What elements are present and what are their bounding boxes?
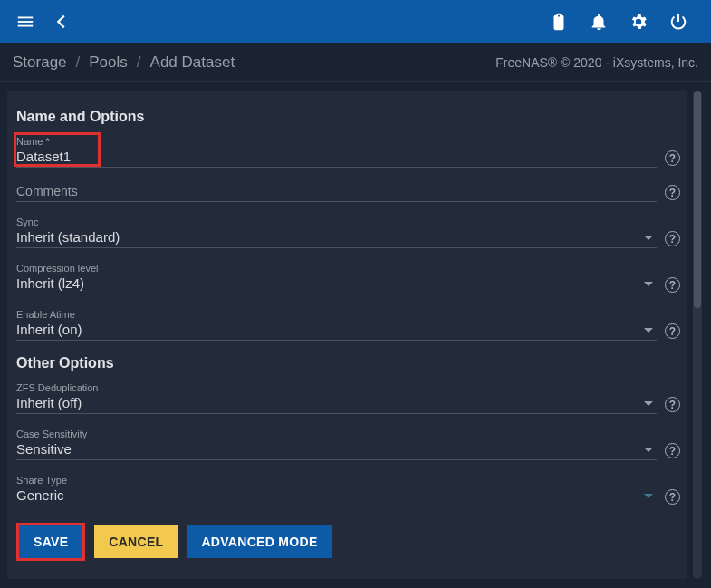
svg-rect-1 — [18, 21, 34, 23]
section-name-options: Name and Options — [16, 109, 682, 125]
scrollbar[interactable] — [693, 91, 702, 579]
compression-select[interactable]: Inherit (lz4) — [16, 275, 657, 294]
label-sync: Sync — [16, 217, 657, 227]
field-atime: Enable Atime Inherit (on) ? — [16, 309, 682, 341]
breadcrumb-storage[interactable]: Storage — [13, 53, 67, 72]
name-input[interactable] — [16, 148, 657, 167]
help-icon[interactable]: ? — [665, 150, 680, 166]
label-name: Name * — [16, 136, 657, 147]
label-casesens: Case Sensitivity — [16, 429, 657, 439]
help-icon[interactable]: ? — [665, 185, 680, 200]
help-icon[interactable]: ? — [665, 277, 680, 293]
form-card: Name and Options Name * ? ? Sync Inherit… — [7, 91, 687, 579]
comments-input[interactable] — [16, 183, 657, 201]
sync-value: Inherit (standard) — [16, 228, 644, 247]
back-icon[interactable] — [43, 4, 80, 40]
gear-icon[interactable] — [620, 4, 657, 40]
help-icon[interactable]: ? — [665, 443, 680, 458]
field-name: Name * ? — [16, 136, 682, 168]
field-compression: Compression level Inherit (lz4) ? — [16, 263, 682, 294]
button-row: SAVE CANCEL ADVANCED MODE — [16, 523, 682, 561]
chevron-down-icon — [644, 282, 653, 286]
field-sharetype: Share Type Generic ? — [16, 475, 682, 506]
copyright-text: FreeNAS® © 2020 - iXsystems, Inc. — [495, 55, 698, 70]
save-button[interactable]: SAVE — [19, 525, 82, 558]
help-icon[interactable]: ? — [665, 231, 680, 246]
dedup-select[interactable]: Inherit (off) — [16, 394, 657, 414]
label-dedup: ZFS Deduplication — [16, 382, 657, 393]
dedup-value: Inherit (off) — [16, 394, 644, 413]
help-icon[interactable]: ? — [665, 323, 680, 339]
menu-icon[interactable] — [7, 4, 43, 40]
field-dedup: ZFS Deduplication Inherit (off) ? — [16, 382, 682, 414]
sharetype-value: Generic — [16, 487, 644, 506]
svg-rect-2 — [18, 25, 34, 27]
chevron-down-icon — [644, 236, 653, 240]
atime-value: Inherit (on) — [16, 321, 644, 340]
compression-value: Inherit (lz4) — [16, 275, 644, 294]
casesens-select[interactable]: Sensitive — [16, 440, 657, 460]
sharetype-select[interactable]: Generic — [16, 487, 657, 506]
section-other-options: Other Options — [16, 355, 682, 371]
breadcrumb-add-dataset: Add Dataset — [150, 53, 235, 72]
chevron-down-icon — [644, 328, 653, 333]
breadcrumb-sep: / — [76, 53, 81, 72]
highlight-save: SAVE — [16, 523, 85, 561]
chevron-down-icon — [644, 401, 653, 406]
label-compression: Compression level — [16, 263, 657, 274]
content: Name and Options Name * ? ? Sync Inherit… — [0, 82, 711, 588]
clipboard-icon[interactable] — [541, 4, 577, 40]
breadcrumb: Storage / Pools / Add Dataset FreeNAS® ©… — [0, 43, 711, 82]
casesens-value: Sensitive — [16, 440, 644, 459]
help-icon[interactable]: ? — [665, 397, 680, 412]
chevron-down-icon — [644, 448, 653, 452]
label-atime: Enable Atime — [16, 309, 657, 320]
breadcrumb-pools[interactable]: Pools — [89, 53, 128, 72]
field-sync: Sync Inherit (standard) ? — [16, 217, 682, 248]
help-icon[interactable]: ? — [665, 489, 680, 505]
cancel-button[interactable]: CANCEL — [94, 525, 178, 558]
chevron-down-icon — [644, 494, 653, 498]
bell-icon[interactable] — [581, 4, 617, 40]
field-casesens: Case Sensitivity Sensitive ? — [16, 429, 682, 460]
scrollbar-thumb[interactable] — [694, 91, 701, 308]
field-comments: ? — [16, 182, 682, 202]
power-icon[interactable] — [660, 4, 697, 40]
atime-select[interactable]: Inherit (on) — [16, 321, 657, 341]
svg-rect-0 — [18, 17, 34, 19]
label-sharetype: Share Type — [16, 475, 657, 486]
advanced-mode-button[interactable]: ADVANCED MODE — [187, 525, 331, 558]
sync-select[interactable]: Inherit (standard) — [16, 228, 657, 248]
breadcrumb-sep: / — [137, 53, 141, 72]
topbar — [0, 0, 711, 43]
